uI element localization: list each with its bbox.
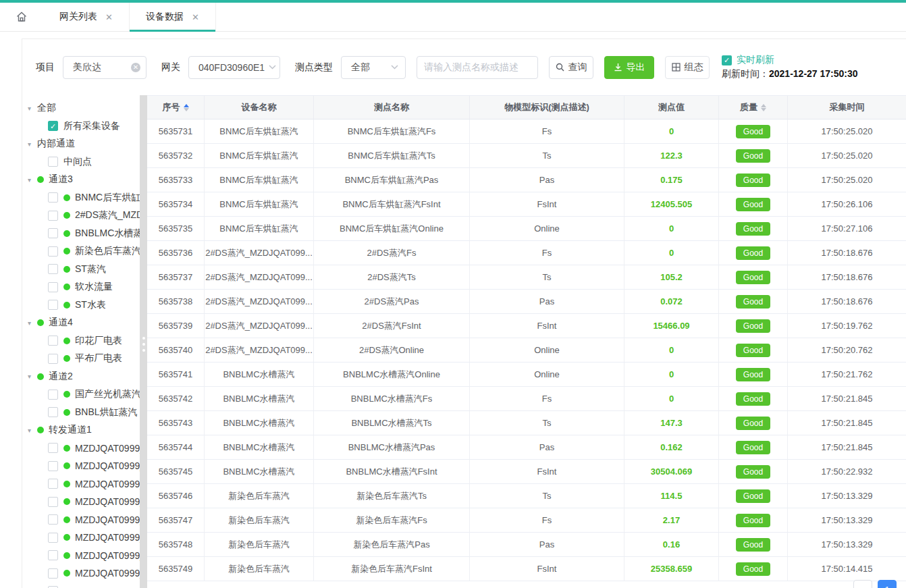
tree-checkbox[interactable]: ✓ <box>48 121 58 131</box>
tree-node[interactable]: 印花厂电表 <box>28 332 140 350</box>
tree-checkbox[interactable] <box>48 390 58 400</box>
export-button[interactable]: 导出 <box>604 56 654 79</box>
tree-node[interactable]: BNBLMC水槽蒸汽 <box>28 225 140 243</box>
tree-node[interactable]: ✓所有采集设备 <box>28 117 140 136</box>
tree-checkbox[interactable] <box>48 514 58 525</box>
tree-checkbox[interactable] <box>48 300 58 310</box>
tree-node[interactable]: ▾通道2 <box>28 368 140 386</box>
tree-expand-caret-icon[interactable]: ▾ <box>28 140 37 148</box>
tree-node[interactable]: 国产丝光机蒸汽 <box>28 385 140 404</box>
table-row: 5635747新染色后车蒸汽新染色后车蒸汽FsFs2.17Good17:50:1… <box>147 508 906 533</box>
tree-node[interactable]: 中间点 <box>28 153 140 171</box>
tree-node[interactable]: MZDJQAT0999_ <box>28 547 140 565</box>
tree-node[interactable]: MZDJQAT0999_ <box>28 583 140 588</box>
tree-expand-caret-icon[interactable]: ▾ <box>28 427 37 434</box>
tree-node-label: MZDJQAT0999_ <box>75 460 140 471</box>
realtime-checkbox[interactable]: ✓ <box>722 55 732 65</box>
sort-carets-icon[interactable] <box>184 104 189 111</box>
sort-carets-icon[interactable] <box>761 104 766 111</box>
quality-badge: Good <box>736 173 770 187</box>
tree-expand-caret-icon[interactable]: ▾ <box>28 176 37 184</box>
clear-icon[interactable]: ✕ <box>131 63 140 72</box>
tree-node[interactable]: ▾通道4 <box>28 314 140 332</box>
project-input-value: 美欣达 <box>73 61 101 74</box>
tab-gateway-list[interactable]: 网关列表 ✕ <box>43 3 129 31</box>
project-input[interactable]: 美欣达 ✕ <box>63 56 146 79</box>
tree-node[interactable]: MZDJQAT0999_ <box>28 439 140 458</box>
cell-point-value: 25358.659 <box>624 557 719 581</box>
tree-expand-caret-icon[interactable]: ▾ <box>28 319 37 327</box>
column-header-label: 采集时间 <box>830 101 865 113</box>
tree-node[interactable]: MZDJQAT0999_ <box>28 564 140 583</box>
tree-node-label: ST蒸汽 <box>75 263 106 275</box>
tab-device-data-label: 设备数据 <box>146 11 184 23</box>
cell-model-identifier: Ts <box>470 484 624 508</box>
tree-node[interactable]: MZDJQAT0999_ <box>28 529 140 547</box>
tree-checkbox[interactable] <box>48 264 58 274</box>
export-button-label: 导出 <box>627 61 645 74</box>
home-button[interactable] <box>0 3 43 31</box>
tree-node[interactable]: BNMC后车烘缸蒸汽 <box>28 189 140 207</box>
point-type-select[interactable]: 全部 <box>341 56 406 79</box>
tree-node[interactable]: 2#DS蒸汽_MZDJQAT0999 <box>28 207 140 225</box>
tree-node[interactable]: 平布厂电表 <box>28 350 140 368</box>
tree-expand-caret-icon[interactable]: ▾ <box>28 373 37 380</box>
cell-point-value: 0.175 <box>624 168 719 192</box>
cell-device-name: BNBLMC水槽蒸汽 <box>205 363 314 387</box>
search-input[interactable]: 请输入测点名称或描述 <box>417 56 538 79</box>
tree-checkbox[interactable] <box>48 246 58 257</box>
tree-checkbox[interactable] <box>48 443 58 453</box>
tree-checkbox[interactable] <box>48 192 58 203</box>
tree-node[interactable]: ▾通道3 <box>28 171 140 189</box>
tree-node-label: BNBLMC水槽蒸汽 <box>75 228 140 240</box>
pagination-prev-button[interactable]: ‹ <box>853 580 872 588</box>
status-dot-icon <box>63 248 70 255</box>
tree-checkbox[interactable] <box>48 282 58 292</box>
tree-checkbox[interactable] <box>48 497 58 507</box>
tree-node[interactable]: ST水表 <box>28 296 140 315</box>
tree-checkbox[interactable] <box>48 211 58 221</box>
tab-gateway-list-close-icon[interactable]: ✕ <box>105 12 113 22</box>
tree-node[interactable]: ST蒸汽 <box>28 261 140 279</box>
tree-node[interactable]: MZDJQAT0999_ <box>28 493 140 511</box>
cell-device-name: BNMC后车烘缸蒸汽 <box>205 192 314 217</box>
tree-checkbox[interactable] <box>48 550 58 560</box>
column-header: 测点名称 <box>314 96 470 119</box>
body-region: ▾全部✓所有采集设备▾内部通道中间点▾通道3BNMC后车烘缸蒸汽2#DS蒸汽_M… <box>22 95 906 588</box>
tree-node[interactable]: BNBL烘缸蒸汽 <box>28 404 140 422</box>
query-button[interactable]: 查询 <box>549 56 593 79</box>
tree-checkbox[interactable] <box>48 568 58 579</box>
tree-node[interactable]: ▾转发通道1 <box>28 421 140 439</box>
tree-node-label: MZDJQAT0999_ <box>75 568 140 579</box>
column-header[interactable]: 序号 <box>147 96 205 119</box>
tree-checkbox[interactable] <box>48 461 58 471</box>
tree-node[interactable]: MZDJQAT0999_ <box>28 457 140 475</box>
cell-point-name: 新染色后车蒸汽Fs <box>314 508 470 533</box>
tree-checkbox[interactable] <box>48 228 58 238</box>
tab-device-data[interactable]: 设备数据 ✕ <box>129 3 216 31</box>
gateway-select[interactable]: 040FD30960E1 <box>188 56 280 79</box>
tree-expand-caret-icon[interactable]: ▾ <box>28 105 37 112</box>
tree-node[interactable]: ▾全部 <box>28 99 140 117</box>
tab-device-data-close-icon[interactable]: ✕ <box>192 12 199 22</box>
tree-checkbox[interactable] <box>48 479 58 489</box>
tree-checkbox[interactable] <box>48 533 58 543</box>
cell-serial-number: 5635735 <box>147 217 205 241</box>
tree-node[interactable]: 软水流量 <box>28 278 140 296</box>
panel-splitter[interactable] <box>140 95 147 588</box>
cell-device-name: BNBLMC水槽蒸汽 <box>205 435 314 460</box>
tree-node[interactable]: 新染色后车蒸汽 <box>28 242 140 261</box>
cell-device-name: BNMC后车烘缸蒸汽 <box>205 217 314 241</box>
table-row: 5635741BNBLMC水槽蒸汽BNBLMC水槽蒸汽OnlineOnline0… <box>147 363 906 387</box>
tree-checkbox[interactable] <box>48 407 58 417</box>
column-header[interactable]: 质量 <box>719 96 788 119</box>
tree-node[interactable]: MZDJQAT0999_ <box>28 475 140 493</box>
pagination-page-1-button[interactable]: 1 <box>878 580 897 588</box>
table-row: 5635743BNBLMC水槽蒸汽BNBLMC水槽蒸汽TsTs147.3Good… <box>147 411 906 435</box>
tree-checkbox[interactable] <box>48 354 58 364</box>
tree-node[interactable]: MZDJQAT0999_ <box>28 511 140 529</box>
tree-checkbox[interactable] <box>48 157 58 167</box>
scada-button[interactable]: 组态 <box>665 56 710 79</box>
tree-node[interactable]: ▾内部通道 <box>28 135 140 153</box>
tree-checkbox[interactable] <box>48 336 58 346</box>
